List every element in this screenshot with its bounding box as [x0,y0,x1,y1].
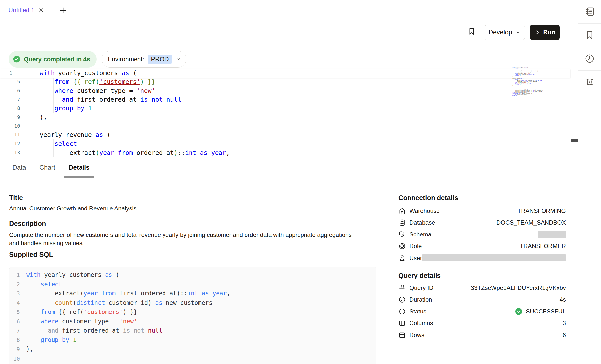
detail-label: User [410,255,422,261]
line-number: 5 [12,308,20,317]
tab-untitled-1[interactable]: Untitled 1 [0,0,55,20]
editor-code-line-9[interactable]: 9), [0,113,570,122]
line-number: 10 [12,354,20,364]
connection-row-warehouse: WarehouseTRANSFORMING [398,205,566,217]
rail-compass-icon[interactable] [578,71,601,94]
line-number: 13 [0,148,20,157]
user-icon [398,254,406,262]
rows-icon [398,331,406,339]
supplied-sql-line-9: 9), [15,345,376,354]
supplied-sql-code-block: 1with yearly_customers as (2 select3 ext… [9,267,376,364]
editor-code-line-6[interactable]: 6 where customer_type = 'new' [0,86,570,95]
tab-chart[interactable]: Chart [35,157,59,178]
line-number: 6 [12,317,20,326]
detail-value: TRANSFORMER [520,243,566,250]
detail-value: 3 [563,320,566,327]
line-number: 1 [0,69,12,78]
close-icon[interactable] [38,7,44,13]
supplied-sql-line-1: 1with yearly_customers as ( [15,270,376,280]
supplied-sql-line-8: 8 group by 1 [15,336,376,345]
bookmark-icon[interactable] [468,27,476,36]
rail-bookmark-icon[interactable] [578,24,601,47]
columns-icon [398,319,406,327]
line-number: 10 [0,122,20,130]
run-button[interactable]: Run [530,25,560,40]
connection-row-user: User [398,252,566,264]
database-icon [398,219,406,226]
detail-label: Status [410,308,426,315]
editor-sticky-scroll-line[interactable]: 1with yearly_customers as ( [0,69,570,78]
tab-data[interactable]: Data [8,157,30,178]
detail-label: Warehouse [410,208,440,214]
detail-value [422,254,566,261]
editor-lines[interactable]: 5 from {{ ref('customers') }}6 where cus… [0,78,570,157]
editor-code-line-7[interactable]: 7 and first_ordered_at is not null [0,95,570,104]
sql-editor[interactable]: 1with yearly_customers as ( 5 from {{ re… [0,69,578,157]
editor-scrollbar-track[interactable] [571,68,578,157]
right-icon-rail [578,0,601,364]
editor-code-line-10[interactable]: 10 [0,122,570,130]
query-status-pill: Query completed in 4s [9,51,97,68]
supplied-sql-line-4: 4 count(distinct customer_id) as new_cus… [15,298,376,308]
line-number: 6 [0,86,20,95]
supplied-sql-line-3: 3 extract(year from first_ordered_at)::i… [15,289,376,298]
tab-bar: Untitled 1 [0,0,578,20]
bookmark-icon [584,30,595,40]
environment-label: Environment: [108,56,144,63]
notebook-icon [584,6,595,17]
editor-scrollbar-thumb[interactable] [571,139,578,142]
detail-value: TRANSFORMING [518,208,566,214]
role-icon [398,242,406,250]
supplied-sql-line-10: 10 [15,354,376,364]
line-number: 7 [12,326,20,336]
detail-label: Duration [410,296,432,303]
tab-title: Untitled 1 [8,7,35,14]
detail-label: Database [410,219,435,226]
detail-label: Rows [410,332,424,338]
hash-icon [398,284,406,292]
detail-label: Query ID [410,285,433,291]
check-circle-icon [515,307,523,316]
line-number: 3 [12,289,20,298]
rail-history-icon[interactable] [578,47,601,71]
develop-button[interactable]: Develop [485,25,525,40]
line-number: 2 [12,280,20,289]
query-details-rows: Query ID33TZseWpe1ALFDUYerxR1gVKxbvDurat… [398,282,566,341]
line-number: 8 [12,336,20,345]
editor-sticky-line-1[interactable]: 1with yearly_customers as ( [0,69,570,78]
detail-value: DOCS_TEAM_SANDBOX [496,219,566,226]
schema-icon [398,231,406,238]
redacted-value [538,231,566,238]
line-number: 11 [0,130,20,139]
check-circle-icon [13,55,21,63]
duration-clock-icon [398,296,406,303]
detail-label: Schema [410,231,431,238]
query-row-duration: Duration4s [398,294,566,306]
supplied-sql-line-6: 6 where customer_type = 'new' [15,317,376,326]
run-button-label: Run [543,28,556,36]
editor-minimap[interactable]: with yearly_customers as ( select extrac… [512,67,543,99]
line-number: 8 [0,104,20,113]
line-number: 9 [0,113,20,122]
editor-code-line-13[interactable]: 13 extract(year from ordered_at)::int as… [0,148,570,157]
line-number: 5 [0,78,20,86]
environment-selector[interactable]: Environment: PROD [102,51,186,68]
app-window: Untitled 1 Develop Run Query completed i… [0,0,601,364]
editor-code-line-12[interactable]: 12 select [0,139,570,148]
results-tab-bar: DataChartDetails [8,157,99,178]
editor-code-line-5[interactable]: 5 from {{ ref('customers') }} [0,78,570,86]
query-row-rows: Rows6 [398,329,566,341]
results-tab-border [0,178,578,178]
rail-notebook-icon[interactable] [578,0,601,24]
title-value: Annual Customer Growth and Revenue Analy… [9,205,137,212]
editor-code-line-8[interactable]: 8 group by 1 [0,104,570,113]
detail-label: Role [410,243,422,250]
new-tab-plus-icon[interactable] [59,6,67,15]
line-number: 12 [0,139,20,148]
tab-details[interactable]: Details [64,157,94,178]
editor-code-line-11[interactable]: 11yearly_revenue as ( [0,130,570,139]
detail-value: 33TZseWpe1ALFDUYerxR1gVKxbv [471,285,566,291]
redacted-value [422,254,566,261]
supplied-sql-line-7: 7 and first_ordered_at is not null [15,326,376,336]
connection-row-schema: Schema [398,229,566,240]
